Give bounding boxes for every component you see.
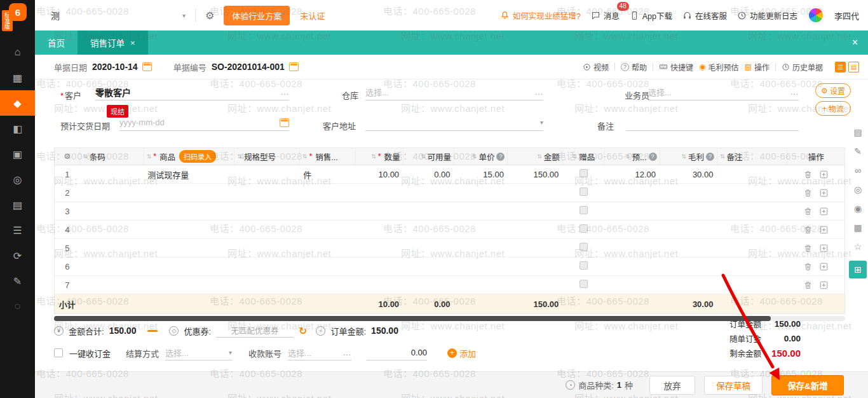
col-header-qty[interactable]: ⇅*数量: [356, 148, 403, 165]
help-link[interactable]: ? 帮助: [621, 62, 647, 72]
cell-amount[interactable]: [508, 239, 562, 257]
cell-unit[interactable]: [299, 184, 355, 202]
sidebar-item-report[interactable]: ☰: [0, 217, 35, 243]
delete-row-icon[interactable]: [803, 262, 813, 271]
cell-product[interactable]: [144, 184, 234, 202]
cell-available[interactable]: [403, 202, 454, 221]
warehouse-field[interactable]: 选择... ...: [365, 84, 543, 100]
uncertified-link[interactable]: 未认证: [300, 10, 325, 22]
online-service-link[interactable]: 在线客服: [682, 10, 727, 22]
note-icon[interactable]: ▤: [853, 127, 862, 137]
cell-pre[interactable]: [605, 202, 660, 221]
cell-price[interactable]: [454, 202, 507, 221]
delete-row-icon[interactable]: [803, 170, 813, 179]
cell-unit[interactable]: [299, 239, 355, 257]
cell-barcode[interactable]: [80, 184, 144, 202]
sidebar-item-purchase[interactable]: ◧: [0, 116, 35, 141]
cell-available[interactable]: [403, 257, 454, 276]
cell-qty[interactable]: [356, 221, 403, 239]
receive-account-select[interactable]: 选择... ...: [288, 345, 351, 360]
delivery-date-field[interactable]: yyyy-mm-dd: [119, 114, 289, 131]
cell-remark[interactable]: [717, 202, 787, 221]
cell-qty[interactable]: [356, 257, 403, 276]
cell-unit[interactable]: [299, 202, 355, 221]
cell-unit[interactable]: [299, 257, 355, 276]
gift-checkbox[interactable]: [580, 280, 588, 288]
col-header-profit[interactable]: ⇅毛利?: [660, 148, 717, 165]
cell-profit[interactable]: [660, 202, 717, 221]
gift-checkbox[interactable]: [580, 188, 588, 196]
delete-row-icon[interactable]: [803, 225, 813, 235]
save-and-new-button[interactable]: 保存&新增: [771, 375, 844, 395]
remark-field[interactable]: [626, 114, 799, 131]
sidebar-item-inventory[interactable]: ▣: [0, 141, 35, 167]
doc-date-value[interactable]: 2020-10-14: [92, 62, 138, 72]
col-header-barcode[interactable]: ⇅条码: [80, 148, 144, 165]
help-icon[interactable]: ?: [706, 153, 714, 161]
tab-close-icon[interactable]: ×: [130, 38, 135, 48]
cell-available[interactable]: [403, 239, 454, 257]
gift-checkbox[interactable]: [580, 243, 588, 251]
app-download-link[interactable]: App下载: [630, 10, 672, 22]
help-icon[interactable]: ?: [496, 153, 505, 161]
cell-price[interactable]: [454, 276, 507, 294]
cell-price[interactable]: [454, 257, 507, 276]
customer-address-field[interactable]: ▾: [365, 114, 543, 131]
cell-price[interactable]: [454, 239, 507, 257]
sidebar-item-sync[interactable]: ⟳: [0, 243, 35, 268]
trial-plan-button[interactable]: 体验行业方案: [224, 6, 290, 25]
scan-entry-button[interactable]: 扫码录入: [179, 150, 216, 163]
profit-forecast-link[interactable]: ◉ 毛利预估: [699, 62, 739, 72]
cell-price[interactable]: 15.00: [454, 165, 507, 184]
cell-pre[interactable]: [605, 221, 660, 239]
col-header-pre[interactable]: ⇅预...?: [605, 148, 660, 165]
cell-profit[interactable]: [660, 257, 717, 276]
history-link[interactable]: 历史单据: [782, 62, 823, 72]
help-icon[interactable]: ?: [649, 153, 657, 161]
sidebar-item-edit[interactable]: ✎: [0, 268, 35, 294]
add-row-icon[interactable]: [819, 207, 829, 216]
username[interactable]: 李四代: [834, 10, 859, 22]
refresh-icon[interactable]: ↻: [299, 325, 307, 337]
avatar[interactable]: [808, 7, 824, 24]
cell-barcode[interactable]: [80, 257, 144, 276]
cell-amount[interactable]: [508, 221, 562, 239]
list-view-toggle[interactable]: ☰: [835, 62, 846, 72]
calendar-icon[interactable]: [280, 118, 289, 127]
tab-sales-order[interactable]: 销售订单 ×: [78, 31, 148, 55]
cell-spec[interactable]: [234, 165, 299, 184]
company-select[interactable]: 测 ▾: [51, 9, 186, 22]
changelog-link[interactable]: 功能更新日志: [737, 10, 797, 22]
add-row-icon[interactable]: [819, 262, 829, 271]
gift-checkbox[interactable]: [580, 206, 588, 214]
promo-link[interactable]: 如何实现业绩猛增?: [500, 10, 581, 22]
delete-row-icon[interactable]: [803, 207, 813, 216]
shortcut-link[interactable]: 快捷键: [659, 62, 693, 72]
cell-barcode[interactable]: [80, 276, 144, 294]
cell-amount[interactable]: [508, 202, 562, 221]
history-icon[interactable]: ◎: [854, 184, 862, 195]
scrollbar-thumb[interactable]: [54, 316, 771, 321]
cell-spec[interactable]: [234, 221, 299, 239]
add-row-icon[interactable]: [819, 280, 829, 290]
calculator-icon[interactable]: ▦: [853, 223, 862, 233]
cell-amount[interactable]: [508, 257, 562, 276]
cell-profit[interactable]: [660, 221, 717, 239]
cell-spec[interactable]: [234, 184, 299, 202]
cell-profit[interactable]: [660, 239, 717, 257]
cell-unit[interactable]: [299, 221, 355, 239]
cell-unit[interactable]: 件: [299, 165, 355, 184]
settings-button[interactable]: ⚙ 设置: [815, 83, 851, 98]
col-header-spec[interactable]: ⇅规格型号: [234, 148, 299, 165]
add-row-icon[interactable]: [819, 188, 829, 198]
horizontal-scrollbar[interactable]: [54, 316, 845, 321]
cell-profit[interactable]: [660, 276, 717, 294]
delete-row-icon[interactable]: [803, 280, 813, 290]
cell-product[interactable]: [144, 221, 234, 239]
abandon-button[interactable]: 放弃: [649, 376, 695, 395]
deposit-amount-field[interactable]: 0.00: [367, 345, 427, 360]
cell-qty[interactable]: [356, 239, 403, 257]
messages-link[interactable]: 消息 48: [591, 10, 620, 22]
cell-profit[interactable]: 30.00: [660, 165, 717, 184]
cell-barcode[interactable]: [80, 165, 144, 184]
